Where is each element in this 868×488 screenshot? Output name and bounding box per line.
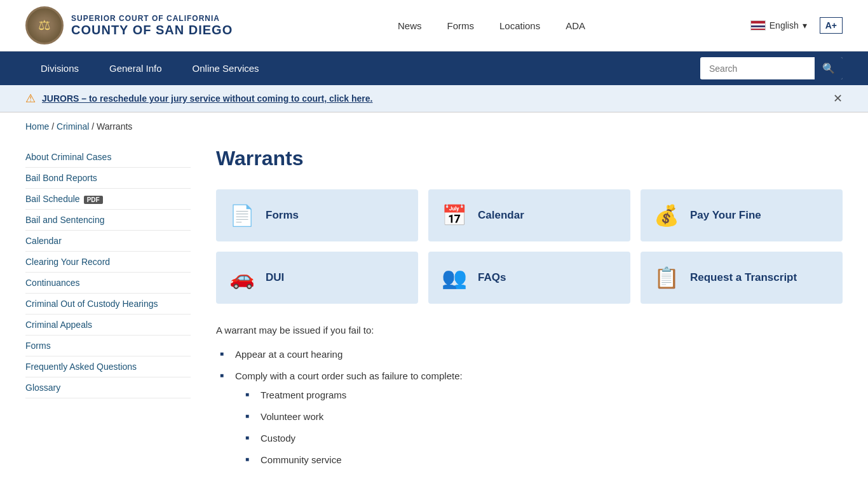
breadcrumb-home[interactable]: Home	[25, 121, 49, 132]
quick-link-card-0[interactable]: 📄Forms	[216, 189, 418, 241]
pdf-badge: PDF	[84, 196, 103, 204]
sidebar-item-8[interactable]: Criminal Appeals	[25, 315, 191, 336]
quick-link-label-3: DUI	[266, 271, 284, 284]
main-navigation-bar: Divisions General Info Online Services 🔍	[0, 51, 868, 85]
quick-link-icon-2: 💰	[653, 202, 680, 229]
sidebar-item-3[interactable]: Bail and Sentencing	[25, 210, 191, 231]
breadcrumb-current: Warrants	[97, 121, 132, 132]
nav-online-services-link[interactable]: Online Services	[177, 51, 275, 85]
quick-link-card-2[interactable]: 💰Pay Your Fine	[641, 189, 843, 241]
alert-warning-icon: ⚠	[25, 92, 36, 105]
sidebar-item-5[interactable]: Clearing Your Record	[25, 252, 191, 273]
quick-link-icon-3: 🚗	[229, 264, 255, 291]
nav-general-info-link[interactable]: General Info	[94, 51, 177, 85]
quick-link-label-5: Request a Transcript	[690, 271, 797, 284]
logo-area: ⚖ SUPERIOR COURT OF CALIFORNIA COUNTY OF…	[25, 6, 233, 44]
logo-bottom-line: COUNTY OF SAN DIEGO	[71, 23, 233, 37]
page-title: Warrants	[216, 147, 843, 170]
quick-link-icon-1: 📅	[441, 202, 468, 229]
outer-list-item-1: Appear at a court hearing	[229, 347, 843, 362]
inner-list-item-2: Custody	[254, 431, 843, 446]
logo-text-block: SUPERIOR COURT OF CALIFORNIA COUNTY OF S…	[71, 14, 233, 37]
logo-seal: ⚖	[25, 6, 64, 44]
nav-news-link[interactable]: News	[398, 20, 422, 31]
sidebar-items-container: About Criminal CasesBail Bond ReportsBai…	[25, 147, 191, 398]
logo-top-line: SUPERIOR COURT OF CALIFORNIA	[71, 14, 233, 23]
quick-link-icon-0: 📄	[229, 202, 255, 229]
language-button[interactable]: English ▾	[750, 20, 807, 30]
sidebar-item-7[interactable]: Criminal Out of Custody Hearings	[25, 294, 191, 315]
breadcrumb: Home / Criminal / Warrants	[0, 112, 868, 140]
sidebar-item-9[interactable]: Forms	[25, 336, 191, 356]
sidebar-item-6[interactable]: Continuances	[25, 273, 191, 294]
content-area: About Criminal CasesBail Bond ReportsBai…	[0, 140, 868, 488]
sidebar-item-10[interactable]: Frequently Asked Questions	[25, 356, 191, 377]
breadcrumb-separator-1: /	[51, 121, 57, 132]
header-navigation: News Forms Locations ADA	[398, 20, 585, 31]
inner-list-item-3: Community service	[254, 452, 843, 468]
sidebar-item-0[interactable]: About Criminal Cases	[25, 147, 191, 168]
page-header: ⚖ SUPERIOR COURT OF CALIFORNIA COUNTY OF…	[0, 0, 868, 51]
sidebar: About Criminal CasesBail Bond ReportsBai…	[25, 147, 191, 477]
search-button[interactable]: 🔍	[815, 57, 843, 79]
inner-list-item-0: Treatment programs	[254, 388, 843, 403]
sidebar-item-11[interactable]: Glossary	[25, 377, 191, 398]
font-size-button[interactable]: A+	[820, 17, 843, 34]
search-box: 🔍	[700, 57, 843, 79]
quick-link-label-2: Pay Your Fine	[690, 209, 761, 222]
quick-link-icon-4: 👥	[441, 264, 468, 291]
sidebar-item-2[interactable]: Bail SchedulePDF	[25, 189, 191, 210]
alert-link[interactable]: JURORS – to reschedule your jury service…	[42, 93, 372, 104]
intro-text: A warrant may be issued if you fail to:	[216, 323, 843, 338]
quick-links-grid: 📄Forms📅Calendar💰Pay Your Fine🚗DUI👥FAQs📋R…	[216, 189, 843, 304]
main-content: Warrants 📄Forms📅Calendar💰Pay Your Fine🚗D…	[216, 147, 843, 477]
body-text-section: A warrant may be issued if you fail to: …	[216, 323, 843, 468]
alert-close-button[interactable]: ✕	[833, 92, 843, 105]
nav-forms-link[interactable]: Forms	[447, 20, 474, 31]
alert-bar: ⚠ JURORS – to reschedule your jury servi…	[0, 85, 868, 112]
alert-content: ⚠ JURORS – to reschedule your jury servi…	[25, 92, 372, 105]
nav-divisions-link[interactable]: Divisions	[25, 51, 94, 85]
nav-ada-link[interactable]: ADA	[566, 20, 585, 31]
outer-list: Appear at a court hearing Comply with a …	[229, 347, 843, 468]
quick-link-card-3[interactable]: 🚗DUI	[216, 252, 418, 304]
nav-locations-link[interactable]: Locations	[499, 20, 540, 31]
header-right-controls: English ▾ A+	[750, 17, 843, 34]
quick-link-label-1: Calendar	[478, 209, 524, 222]
breadcrumb-criminal[interactable]: Criminal	[57, 121, 89, 132]
quick-link-icon-5: 📋	[653, 264, 680, 291]
us-flag-icon	[750, 20, 766, 30]
chevron-down-icon: ▾	[803, 20, 807, 30]
quick-link-card-1[interactable]: 📅Calendar	[428, 189, 630, 241]
search-input[interactable]	[700, 58, 815, 79]
breadcrumb-separator-2: /	[92, 121, 97, 132]
quick-link-card-4[interactable]: 👥FAQs	[428, 252, 630, 304]
sidebar-item-1[interactable]: Bail Bond Reports	[25, 168, 191, 189]
language-label: English	[770, 20, 799, 30]
outer-list-item-2: Comply with a court order such as failur…	[229, 369, 843, 468]
inner-list-item-1: Volunteer work	[254, 409, 843, 424]
sidebar-item-4[interactable]: Calendar	[25, 231, 191, 252]
inner-list: Treatment programsVolunteer workCustodyC…	[254, 388, 843, 468]
quick-link-label-0: Forms	[266, 209, 299, 222]
quick-link-card-5[interactable]: 📋Request a Transcript	[641, 252, 843, 304]
search-area: 🔍	[700, 57, 843, 79]
quick-link-label-4: FAQs	[478, 271, 506, 284]
